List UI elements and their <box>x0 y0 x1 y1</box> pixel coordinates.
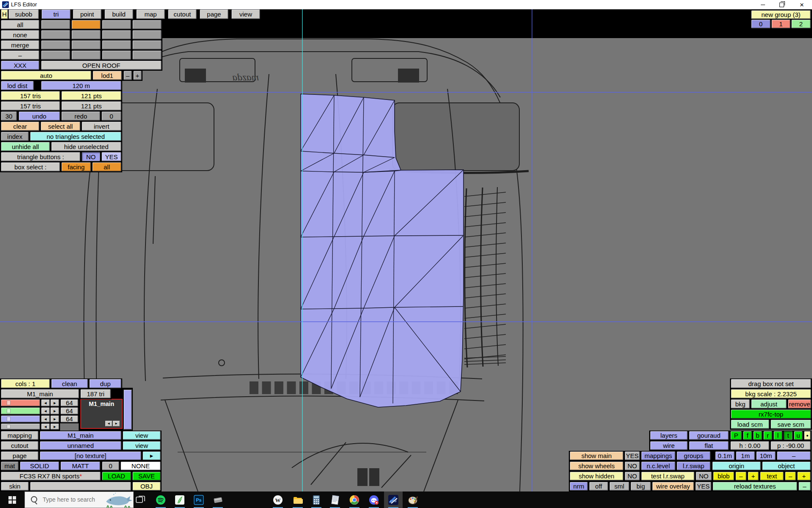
page-button[interactable]: page <box>1 451 38 460</box>
cutout-name[interactable]: unnamed <box>40 441 121 450</box>
lod-dist-value[interactable]: 120 m <box>41 81 121 90</box>
skin-button[interactable]: skin <box>1 482 29 491</box>
grid-cell[interactable] <box>132 40 162 50</box>
dup-button[interactable]: dup <box>89 379 121 388</box>
grid-cell[interactable] <box>41 50 70 60</box>
mat-none[interactable]: NONE <box>121 461 161 470</box>
triangle-buttons-yes[interactable]: YES <box>102 152 121 161</box>
search-input[interactable] <box>42 496 107 503</box>
grid-off[interactable]: – <box>777 451 811 460</box>
blob-plus[interactable]: + <box>748 472 759 480</box>
menu-page[interactable]: page <box>200 9 228 19</box>
test-lrswap-toggle[interactable]: NO <box>696 472 712 480</box>
show-main-button[interactable]: show main <box>570 451 623 460</box>
wire-overlay-toggle[interactable]: YES <box>695 482 711 491</box>
material-tri-count[interactable]: 187 tri <box>80 389 111 398</box>
load-button[interactable]: LOAD <box>102 472 131 480</box>
mappings-button[interactable]: mappings <box>641 451 675 460</box>
select-all-button[interactable]: select all <box>41 121 80 131</box>
load-scm-button[interactable]: load scm <box>731 420 769 429</box>
file-explorer-icon[interactable] <box>288 491 307 508</box>
menu-view[interactable]: view <box>231 9 260 19</box>
group-2[interactable]: 2 <box>791 19 811 28</box>
save-button[interactable]: SAVE <box>132 472 161 480</box>
none-button[interactable]: none <box>1 30 39 39</box>
taskbar-search[interactable] <box>25 491 134 508</box>
blue-minus[interactable]: ◄ <box>41 415 50 422</box>
layer-l[interactable]: l <box>774 431 782 440</box>
undo-count[interactable]: 30 <box>1 111 17 121</box>
grid-cell[interactable] <box>132 20 162 29</box>
nrm-button[interactable]: nrm <box>570 482 588 491</box>
grid-cell[interactable] <box>102 20 131 29</box>
blue-plus[interactable]: ► <box>50 415 59 422</box>
blob-minus[interactable]: – <box>735 472 746 480</box>
blue-value[interactable]: 64 <box>60 415 78 422</box>
mapping-view[interactable]: view <box>123 431 161 440</box>
show-hidden-button[interactable]: show hidden <box>570 472 623 480</box>
grid-cell[interactable] <box>41 20 70 29</box>
pts-count-2[interactable]: 121 pts <box>61 101 121 110</box>
grid-cell[interactable] <box>132 30 162 39</box>
page-next[interactable]: ► <box>143 451 161 460</box>
calculator-icon[interactable] <box>307 491 326 508</box>
box-select-all[interactable]: all <box>92 162 121 171</box>
reload-textures-button[interactable]: reload textures <box>713 482 797 491</box>
cols-1-button[interactable]: cols : 1 <box>1 379 50 388</box>
layer-f[interactable]: f <box>743 431 752 440</box>
reload-minus[interactable]: – <box>798 482 811 491</box>
layer-t[interactable]: t <box>784 431 793 440</box>
menu-build[interactable]: build <box>104 9 133 19</box>
green-slider-handle[interactable] <box>7 409 11 413</box>
wire-overlay-button[interactable]: wire overlay <box>652 482 694 491</box>
green-value[interactable]: 64 <box>60 407 78 414</box>
start-button[interactable] <box>0 491 25 508</box>
skin-name-field[interactable] <box>30 482 131 491</box>
gouraud-button[interactable]: gouraud <box>689 431 729 440</box>
groups-button[interactable]: groups <box>677 451 710 460</box>
lod-plus[interactable]: + <box>133 71 142 80</box>
grid-cell[interactable] <box>71 40 101 50</box>
material-preview[interactable]: M1_main ◄ ► <box>80 399 123 429</box>
discord-icon[interactable] <box>365 491 383 508</box>
l-r-swap-button[interactable]: l.r.swap <box>677 461 710 470</box>
matt-button[interactable]: MATT <box>60 461 100 470</box>
heading-value[interactable]: h : 0.00 <box>730 441 769 450</box>
index-button[interactable]: index <box>1 132 29 141</box>
green-plus[interactable]: ► <box>50 407 59 414</box>
pts-count[interactable]: 121 pts <box>61 91 121 100</box>
red-value[interactable]: 64 <box>60 399 78 406</box>
vehicle-name[interactable]: FC3S RX7 BN sports* <box>1 472 101 480</box>
adjust-button[interactable]: adjust <box>751 399 787 409</box>
text-minus[interactable]: – <box>785 472 796 480</box>
photoshop-icon[interactable]: Ps <box>189 491 208 508</box>
pitch-value[interactable]: p : -90.00 <box>771 441 811 450</box>
menu-tri[interactable]: tri <box>41 9 71 19</box>
restore-button[interactable] <box>772 0 791 9</box>
save-scm-button[interactable]: save scm <box>771 420 811 429</box>
remove-button[interactable]: remove <box>788 399 811 409</box>
layer-r[interactable]: r <box>763 431 772 440</box>
grid-cell[interactable] <box>102 50 131 60</box>
red-slider[interactable] <box>1 399 40 406</box>
show-wheels-toggle[interactable]: NO <box>625 461 640 470</box>
grid-0-1m[interactable]: 0.1m <box>715 451 735 460</box>
tris-count-2[interactable]: 157 tris <box>1 101 60 110</box>
mapping-name[interactable]: M1_main <box>40 431 121 440</box>
show-wheels-button[interactable]: show wheels <box>570 461 623 470</box>
spotify-icon[interactable] <box>151 491 170 508</box>
minimize-button[interactable] <box>754 0 772 9</box>
undo-button[interactable]: undo <box>19 111 60 121</box>
triangle-buttons-no[interactable]: NO <box>82 152 100 161</box>
flat-button[interactable]: flat <box>689 441 729 450</box>
grid-cell-selected[interactable] <box>71 20 101 29</box>
grid-cell[interactable] <box>132 50 162 60</box>
grid-cell[interactable] <box>41 40 70 50</box>
xxx-button[interactable]: XXX <box>1 61 39 70</box>
extra-slider-handle[interactable] <box>7 425 11 428</box>
bkg-button[interactable]: bkg <box>731 399 750 409</box>
menu-point[interactable]: point <box>73 9 102 19</box>
menu-cutout[interactable]: cutout <box>168 9 197 19</box>
test-l-r-swap-button[interactable]: test l.r.swap <box>641 472 694 480</box>
redo-button[interactable]: redo <box>61 111 100 121</box>
